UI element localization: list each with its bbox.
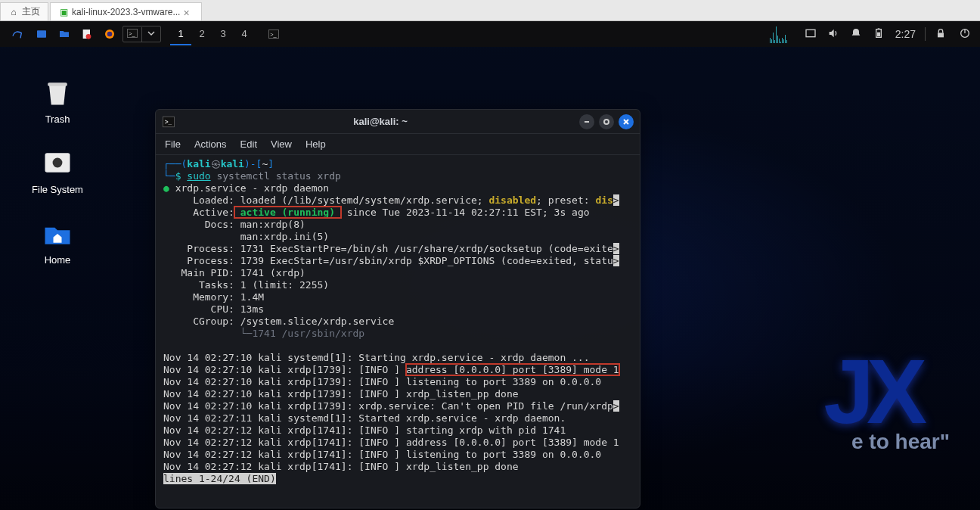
power-icon[interactable] bbox=[959, 27, 971, 42]
kali-menu-button[interactable] bbox=[6, 24, 29, 44]
active-value: active (running) bbox=[234, 207, 341, 218]
trash-icon bbox=[41, 76, 74, 109]
terminal-window[interactable]: >_ kali@kali: ~ File Actions Edit View H… bbox=[155, 109, 640, 508]
memory: Memory: 1.4M bbox=[163, 291, 264, 303]
host-tab-home[interactable]: ⌂ 主页 bbox=[0, 2, 48, 20]
volume-icon[interactable] bbox=[827, 27, 839, 42]
log-line-hl: address [0.0.0.0] port [3389] mode 1 bbox=[406, 364, 619, 375]
clock[interactable]: 2:27 bbox=[895, 28, 916, 40]
host-tab-bar: ⌂ 主页 ▣ kali-linux-2023.3-vmware... × bbox=[0, 0, 980, 21]
loaded-dis2: dis bbox=[595, 194, 612, 206]
svg-point-4 bbox=[107, 32, 113, 37]
drive-icon bbox=[41, 146, 74, 179]
workspace-overview-icon[interactable] bbox=[805, 27, 817, 42]
log-line: Nov 14 02:27:12 kali xrdp[1741]: [INFO ]… bbox=[163, 437, 619, 448]
active-since: since Tue 2023-11-14 02:27:11 EST; 3s ag… bbox=[347, 207, 590, 218]
desktop-icon-home[interactable]: Home bbox=[27, 216, 88, 266]
menu-actions[interactable]: Actions bbox=[194, 138, 227, 150]
battery-icon[interactable] bbox=[873, 27, 885, 42]
svg-point-22 bbox=[604, 120, 609, 124]
menu-file[interactable]: File bbox=[165, 138, 181, 150]
log-line: Nov 14 02:27:10 kali systemd[1]: Startin… bbox=[163, 352, 590, 363]
wallpaper-slogan: e to hear" bbox=[851, 430, 950, 454]
window-minimize-button[interactable] bbox=[579, 114, 594, 129]
log-line: Nov 14 02:27:10 kali xrdp[1739]: [INFO ]… bbox=[163, 388, 519, 400]
svg-rect-11 bbox=[877, 32, 880, 36]
close-icon[interactable]: × bbox=[183, 7, 194, 17]
cgroup: CGroup: /system.slice/xrdp.service bbox=[163, 316, 394, 327]
svg-text:>_: >_ bbox=[129, 30, 135, 36]
cpu: CPU: 13ms bbox=[163, 303, 264, 315]
log-line: Nov 14 02:27:12 kali xrdp[1741]: [INFO ]… bbox=[163, 449, 601, 460]
service-line: xrdp.service - xrdp daemon bbox=[175, 182, 330, 194]
chevron-down-icon[interactable] bbox=[141, 27, 160, 42]
cpu-graph[interactable] bbox=[770, 25, 797, 43]
log-line: Nov 14 02:27:10 kali xrdp[1739]: [INFO ]… bbox=[163, 376, 601, 387]
svg-rect-12 bbox=[877, 28, 879, 29]
wallpaper-letters: JX bbox=[823, 339, 920, 443]
desktop-icons: Trash File System Home bbox=[27, 76, 88, 266]
svg-rect-13 bbox=[938, 33, 944, 37]
docs1: Docs: man:xrdp(8) bbox=[163, 219, 305, 230]
home-folder-icon bbox=[41, 216, 74, 250]
desktop-icon-label: Trash bbox=[45, 114, 70, 125]
menu-view[interactable]: View bbox=[271, 138, 292, 150]
terminal-launcher[interactable]: >_ bbox=[122, 26, 161, 42]
svg-text:>_: >_ bbox=[270, 31, 277, 38]
mainpid: Main PID: 1741 (xrdp) bbox=[163, 267, 305, 278]
workspace-4[interactable]: 4 bbox=[234, 23, 255, 45]
host-tab-vm-label: kali-linux-2023.3-vmware... bbox=[72, 7, 180, 17]
window-maximize-button[interactable] bbox=[599, 114, 614, 129]
vm-icon: ▣ bbox=[58, 7, 69, 17]
terminal-icon: >_ bbox=[162, 115, 175, 129]
host-tab-vm[interactable]: ▣ kali-linux-2023.3-vmware... × bbox=[50, 2, 202, 20]
menu-help[interactable]: Help bbox=[305, 138, 326, 150]
docs2: man:xrdp.ini(5) bbox=[163, 231, 329, 242]
workspace-1[interactable]: 1 bbox=[170, 23, 191, 45]
active-label: Active: bbox=[163, 207, 234, 218]
workspace-switcher: 1 2 3 4 bbox=[170, 23, 255, 45]
menu-edit[interactable]: Edit bbox=[240, 138, 257, 150]
proc2: Process: 1739 ExecStart=/usr/sbin/xrdp $… bbox=[163, 255, 613, 266]
proc1: Process: 1731 ExecStartPre=/bin/sh /usr/… bbox=[163, 243, 613, 254]
svg-point-2 bbox=[86, 34, 91, 39]
cmd-text: systemctl status xrdp bbox=[216, 170, 340, 182]
log-line: Nov 14 02:27:10 kali xrdp[1739]: xrdp.se… bbox=[163, 400, 613, 412]
firefox-button[interactable] bbox=[100, 24, 119, 44]
taskbar-terminal[interactable]: >_ bbox=[264, 24, 284, 44]
terminal-title: kali@kali: ~ bbox=[181, 116, 579, 127]
desktop-icon-label: Home bbox=[45, 254, 71, 266]
log-line: Nov 14 02:27:12 kali xrdp[1741]: [INFO ]… bbox=[163, 461, 519, 472]
terminal-icon: >_ bbox=[123, 27, 141, 42]
desktop-icon-filesystem[interactable]: File System bbox=[27, 146, 88, 195]
desktop-icon-trash[interactable]: Trash bbox=[27, 76, 88, 125]
notifications-icon[interactable] bbox=[850, 27, 862, 42]
svg-rect-0 bbox=[37, 30, 46, 37]
cgroup2: └─1741 /usr/sbin/xrdp bbox=[163, 328, 364, 339]
log-line: Nov 14 02:27:11 kali systemd[1]: Started… bbox=[163, 412, 566, 424]
loaded-pre: Loaded: loaded (/lib/systemd/system/xrdp… bbox=[163, 194, 488, 206]
svg-rect-9 bbox=[806, 30, 815, 36]
svg-point-18 bbox=[53, 158, 63, 168]
text-editor-button[interactable] bbox=[77, 24, 97, 44]
tasks: Tasks: 1 (limit: 2255) bbox=[163, 279, 329, 291]
prompt-user: kali bbox=[187, 158, 210, 169]
file-manager-button[interactable] bbox=[54, 24, 74, 44]
terminal-titlebar[interactable]: >_ kali@kali: ~ bbox=[156, 110, 640, 134]
svg-rect-16 bbox=[48, 82, 67, 86]
desktop: JX e to hear" >_ 1 2 3 bbox=[0, 21, 980, 510]
loaded-mid: ; preset: bbox=[536, 194, 595, 206]
workspace-3[interactable]: 3 bbox=[212, 23, 234, 45]
workspace-2[interactable]: 2 bbox=[191, 23, 212, 45]
prompt-host: kali bbox=[221, 158, 244, 169]
window-close-button[interactable] bbox=[619, 114, 634, 129]
show-desktop-button[interactable] bbox=[32, 24, 51, 44]
top-panel: >_ 1 2 3 4 >_ 2:27 bbox=[0, 21, 980, 47]
lock-icon[interactable] bbox=[935, 27, 947, 42]
home-icon: ⌂ bbox=[8, 7, 19, 17]
desktop-icon-label: File System bbox=[32, 184, 83, 195]
svg-text:>_: >_ bbox=[165, 119, 172, 126]
terminal-body[interactable]: ┌──(kali㉿kali)-[~] └─$ sudo systemctl st… bbox=[156, 155, 640, 508]
loaded-disabled: disabled bbox=[488, 194, 536, 206]
host-tab-home-label: 主页 bbox=[22, 5, 40, 18]
